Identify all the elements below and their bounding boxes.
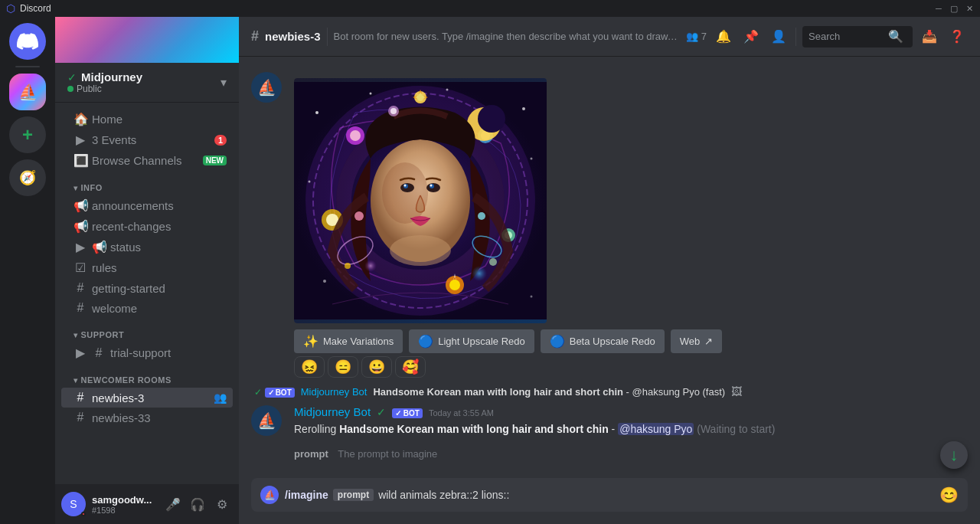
channel-announcements[interactable]: 📢 announcements (61, 195, 233, 216)
discord-home-button[interactable] (9, 23, 46, 60)
announcement-icon: 📢 (74, 198, 87, 213)
discord-logo: ⬡ (6, 2, 15, 15)
channel-trial-support[interactable]: ▶ # trial-support (61, 342, 233, 363)
channel-rules[interactable]: ☑ rules (61, 257, 233, 278)
svg-point-5 (416, 93, 424, 101)
sidebar-item-home[interactable]: 🏠 Home (61, 109, 233, 129)
action-buttons: ✨ Make Variations 🔵 Light Upscale Redo 🔵… (294, 329, 968, 353)
inline-dash: - (626, 386, 632, 398)
inline-text: Handsome Korean man with long hair and s… (373, 386, 725, 398)
bot-username-2: Midjourney Bot (294, 405, 371, 418)
prompt-description: The prompt to imagine (338, 448, 437, 460)
user-settings-button[interactable]: ⚙ (211, 493, 233, 515)
input-command-label: /imagine (285, 489, 328, 501)
inbox-button[interactable]: 📥 (919, 26, 940, 47)
member-count-value: 7 (701, 31, 707, 42)
category-support[interactable]: ▾ SUPPORT (61, 318, 233, 342)
channel-recent-changes[interactable]: 📢 recent-changes (61, 216, 233, 237)
titlebar-title: Discord (20, 3, 51, 14)
channel-header-desc: Bot room for new users. Type /imagine th… (334, 31, 680, 42)
user-avatar: S (61, 492, 86, 516)
message-content-1: ✨ Make Variations 🔵 Light Upscale Redo 🔵… (294, 72, 968, 378)
explore-servers-button[interactable]: 🧭 (9, 159, 46, 196)
bell-button[interactable]: 🔔 (713, 26, 734, 47)
jump-to-bottom-button[interactable]: ↓ (940, 441, 968, 469)
svg-point-21 (309, 181, 311, 183)
midjourney-server-icon[interactable]: ⛵ (9, 74, 46, 110)
search-box[interactable]: 🔍 (802, 26, 913, 47)
user-avatar-letter: S (70, 498, 77, 510)
imagine-input[interactable] (378, 489, 933, 501)
svg-point-44 (390, 108, 397, 114)
channel-newbies-3[interactable]: # newbies-3 👥 (61, 388, 233, 408)
beta-upscale-redo-button[interactable]: 🔵 Beta Upscale Redo (541, 329, 665, 353)
newbies-3-icon: # (74, 391, 87, 404)
titlebar-controls: ─ ▢ ✕ (934, 4, 974, 13)
mute-button[interactable]: 🎤 (162, 493, 184, 515)
server-chevron: ▾ (220, 75, 227, 90)
header-divider-2 (795, 28, 796, 46)
make-variations-label: Make Variations (323, 336, 394, 347)
user-status-dot (81, 512, 86, 516)
server-header[interactable]: ✓ Midjourney Public ▾ (55, 63, 239, 103)
reaction-3[interactable]: 😀 (361, 356, 392, 378)
svg-point-32 (390, 235, 451, 266)
inline-verified-icon: ✓ (254, 387, 262, 398)
image-embed (294, 78, 554, 323)
reaction-1[interactable]: 😖 (294, 356, 325, 378)
status-dot (67, 86, 74, 92)
close-button[interactable]: ✕ (965, 4, 974, 13)
rules-icon: ☑ (74, 260, 87, 275)
light-upscale-redo-button[interactable]: 🔵 Light Upscale Redo (409, 329, 534, 353)
inline-bold: Handsome Korean man with long hair and s… (373, 386, 622, 398)
input-avatar: ⛵ (260, 486, 279, 504)
channel-getting-started[interactable]: # getting-started (61, 278, 233, 298)
svg-point-22 (323, 280, 326, 283)
pin-button[interactable]: 📌 (740, 26, 762, 47)
sidebar-item-browse[interactable]: 🔳 Browse Channels NEW (61, 150, 233, 171)
minimize-button[interactable]: ─ (934, 4, 943, 13)
svg-point-18 (446, 89, 449, 91)
browse-label: Browse Channels (92, 154, 182, 167)
help-button[interactable]: ❓ (946, 26, 968, 47)
titlebar-left: ⬡ Discord (6, 2, 51, 15)
web-button[interactable]: Web ↗ (671, 329, 723, 353)
channel-sidebar: ✓ Midjourney Public ▾ 🏠 Home ▶ 3 Events … (55, 17, 239, 524)
channel-newbies-33[interactable]: # newbies-33 (61, 408, 233, 427)
category-newcomer-chevron: ▾ (74, 376, 78, 385)
category-info-label: INFO (81, 183, 103, 192)
announcements-label: announcements (92, 199, 174, 212)
deafen-button[interactable]: 🎧 (187, 493, 208, 515)
cosmic-portrait-svg (294, 82, 547, 319)
bot-badge-icon: ✓ (268, 388, 274, 397)
channel-welcome[interactable]: # welcome (61, 298, 233, 318)
category-newcomer-label: NEWCOMER ROOMS (81, 375, 172, 385)
server-status-label: Public (77, 84, 102, 94)
make-variations-button[interactable]: ✨ Make Variations (294, 329, 403, 353)
rules-label: rules (92, 261, 117, 274)
members-button[interactable]: 👤 (768, 26, 789, 47)
channel-status[interactable]: ▶ 📢 status (61, 237, 233, 257)
header-divider-1 (327, 28, 328, 46)
svg-point-15 (478, 105, 505, 133)
channel-header-name: newbies-3 (265, 30, 321, 43)
input-avatar-icon: ⛵ (264, 490, 276, 500)
trial-expand-chevron: ▶ (74, 346, 87, 360)
waiting-text: (Waiting to start) (697, 423, 775, 435)
category-newcomer[interactable]: ▾ NEWCOMER ROOMS (61, 363, 233, 388)
add-member-icon[interactable]: 👥 (214, 391, 227, 404)
reaction-4[interactable]: 🥰 (395, 356, 426, 378)
messages-area: ⛵ (239, 57, 980, 478)
recent-changes-icon: 📢 (74, 219, 87, 234)
category-info[interactable]: ▾ INFO (61, 171, 233, 195)
emoji-button[interactable]: 😊 (939, 486, 959, 504)
search-input[interactable] (808, 31, 885, 42)
new-badge: NEW (203, 156, 227, 165)
reaction-2[interactable]: 😑 (328, 356, 358, 378)
status-label: status (110, 241, 141, 254)
embed-image (294, 78, 547, 323)
sidebar-item-events[interactable]: ▶ 3 Events 1 (61, 129, 233, 150)
maximize-button[interactable]: ▢ (949, 4, 959, 13)
add-server-button[interactable]: + (9, 116, 46, 153)
input-box: ⛵ /imagine prompt 😊 (251, 478, 968, 512)
